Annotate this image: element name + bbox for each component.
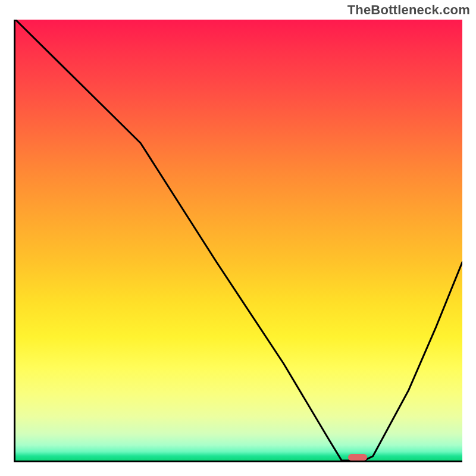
chart-container: TheBottleneck.com (0, 0, 476, 476)
plot-area (14, 20, 462, 462)
bottleneck-curve (15, 20, 462, 461)
optimal-range-marker (348, 454, 367, 461)
watermark-text: TheBottleneck.com (347, 2, 470, 18)
